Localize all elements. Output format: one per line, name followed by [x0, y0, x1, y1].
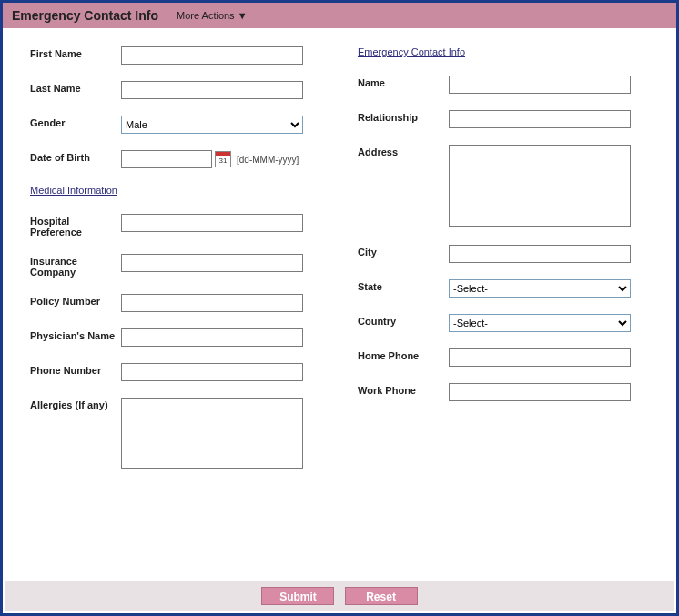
- home-phone-label: Home Phone: [358, 348, 449, 361]
- address-textarea[interactable]: [449, 145, 631, 227]
- home-phone-input[interactable]: [449, 348, 631, 367]
- form-container: Emergency Contact Info More Actions ▼ Fi…: [0, 0, 679, 616]
- dob-format-hint: [dd-MMM-yyyy]: [237, 155, 299, 165]
- calendar-icon[interactable]: 31: [215, 151, 231, 167]
- footer-bar: Submit Reset: [5, 581, 674, 611]
- state-label: State: [358, 279, 449, 292]
- left-column: First Name Last Name Gender Male Date of…: [30, 46, 321, 487]
- last-name-label: Last Name: [30, 81, 121, 94]
- dob-input[interactable]: [121, 150, 212, 168]
- allergy-textarea[interactable]: [121, 398, 303, 469]
- emergency-section-title: Emergency Contact Info: [358, 46, 649, 57]
- relationship-input[interactable]: [449, 110, 631, 128]
- physician-label: Physician's Name: [30, 328, 121, 341]
- header-bar: Emergency Contact Info More Actions ▼: [3, 3, 676, 28]
- ec-name-input[interactable]: [449, 76, 631, 94]
- city-label: City: [358, 245, 449, 258]
- country-label: Country: [358, 314, 449, 327]
- hospital-label: Hospital Preference: [30, 214, 121, 237]
- insurance-label: Insurance Company: [30, 254, 121, 278]
- work-phone-label: Work Phone: [358, 383, 449, 396]
- first-name-label: First Name: [30, 46, 121, 59]
- policy-label: Policy Number: [30, 294, 121, 307]
- medical-section-title: Medical Information: [30, 185, 321, 196]
- insurance-input[interactable]: [121, 254, 303, 272]
- phone-input[interactable]: [121, 363, 303, 381]
- relationship-label: Relationship: [358, 110, 449, 123]
- first-name-input[interactable]: [121, 46, 303, 65]
- hospital-input[interactable]: [121, 214, 303, 232]
- address-label: Address: [358, 145, 449, 157]
- allergy-label: Allergies (If any): [30, 398, 121, 410]
- phone-label: Phone Number: [30, 363, 121, 376]
- policy-input[interactable]: [121, 294, 303, 312]
- right-column: Emergency Contact Info Name Relationship…: [358, 46, 649, 487]
- country-select[interactable]: -Select-: [449, 314, 631, 332]
- reset-button[interactable]: Reset: [345, 587, 418, 605]
- city-input[interactable]: [449, 245, 631, 263]
- more-actions-menu[interactable]: More Actions ▼: [177, 10, 248, 21]
- gender-label: Gender: [30, 116, 121, 128]
- submit-button[interactable]: Submit: [261, 587, 334, 605]
- physician-input[interactable]: [121, 328, 303, 347]
- page-title: Emergency Contact Info: [12, 8, 158, 23]
- dob-label: Date of Birth: [30, 150, 121, 163]
- ec-name-label: Name: [358, 76, 449, 88]
- work-phone-input[interactable]: [449, 383, 631, 401]
- last-name-input[interactable]: [121, 81, 303, 99]
- state-select[interactable]: -Select-: [449, 279, 631, 298]
- gender-select[interactable]: Male: [121, 116, 303, 134]
- form-content: First Name Last Name Gender Male Date of…: [3, 28, 676, 496]
